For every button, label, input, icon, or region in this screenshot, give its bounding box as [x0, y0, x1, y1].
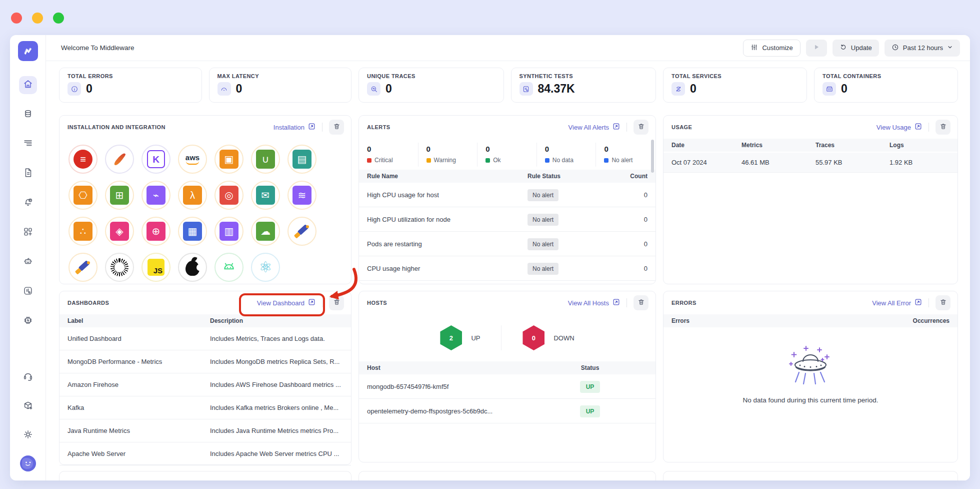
telescope-icon[interactable]	[288, 217, 316, 246]
aws-cloudformation-icon[interactable]: ☁	[251, 217, 280, 246]
dashboard-row[interactable]: Java Runtime MetricsIncludes Java Runtim…	[60, 419, 351, 442]
aws-sagemaker-icon[interactable]: ◈	[105, 217, 134, 246]
alert-summary-no-data: 0No data	[537, 143, 596, 167]
aws-s3-icon[interactable]: ∪	[251, 145, 280, 174]
aws-athena-icon[interactable]: ▥	[214, 217, 244, 246]
panel-title: INSTALLATION AND INTEGRATION	[68, 124, 274, 130]
alert-rule-row[interactable]: High CPU usage for hostNo alert0	[359, 183, 656, 207]
external-link-icon	[914, 123, 922, 132]
update-label: Update	[851, 44, 872, 52]
sidebar-item-settings[interactable]	[19, 426, 37, 444]
aws-chatbot-icon[interactable]: ✉	[251, 181, 280, 210]
aws-transfer-icon[interactable]: ▤	[288, 145, 316, 174]
errors-table-header: Errors Occurrences	[664, 314, 958, 327]
view-all-hosts-link[interactable]: View All Hosts	[568, 298, 620, 307]
time-range-button[interactable]: Past 12 hours	[884, 40, 960, 57]
external-link-icon	[914, 298, 922, 307]
aws-iot-icon[interactable]: ⌁	[142, 181, 170, 210]
middleware-logo[interactable]	[18, 41, 38, 61]
close-window-button[interactable]	[11, 13, 22, 24]
aws-codepipeline-icon[interactable]: ⊕	[142, 217, 170, 246]
k-framework-icon[interactable]: K	[142, 145, 170, 174]
delete-errors-panel-button[interactable]	[936, 295, 950, 310]
redis-icon[interactable]: ≡	[68, 145, 98, 174]
sidebar-item-dashboard-builder[interactable]	[19, 224, 37, 242]
sunburst-icon[interactable]	[105, 253, 134, 282]
sidebar-item-alerts[interactable]	[19, 194, 37, 212]
aws-lambda-icon[interactable]: λ	[178, 181, 207, 210]
gauge-icon	[218, 82, 231, 96]
react-icon[interactable]: ⚛	[251, 253, 280, 282]
delete-hosts-panel-button[interactable]	[634, 295, 648, 310]
view-usage-link[interactable]: View Usage	[876, 123, 922, 132]
alert-summary-warning: 0Warning	[418, 143, 478, 167]
installation-link[interactable]: Installation	[274, 123, 316, 132]
android-icon[interactable]	[214, 253, 244, 282]
sidebar-item-infrastructure[interactable]	[19, 106, 37, 124]
aws-rds-icon[interactable]: ▦	[178, 217, 207, 246]
aws-waf-icon[interactable]: ◎	[214, 181, 244, 210]
hosts-table-header: Host Status	[359, 361, 656, 374]
aws-ecs-icon[interactable]: ⎔	[68, 181, 98, 210]
sidebar-item-ai-assistant[interactable]	[19, 253, 37, 271]
user-avatar[interactable]	[20, 455, 36, 471]
hosts-down-hexagon: 0	[522, 325, 544, 350]
delete-usage-panel-button[interactable]	[936, 120, 950, 135]
refresh-icon	[840, 44, 847, 53]
hosts-table-body: mongodb-65745497f6-kmf5fUPopentelemetry-…	[359, 374, 656, 423]
minimize-window-button[interactable]	[32, 13, 43, 24]
trash-icon	[638, 298, 645, 307]
sidebar-item-advisor[interactable]	[19, 312, 37, 330]
view-all-alerts-link[interactable]: View All Alerts	[568, 123, 620, 132]
scrollbar-thumb[interactable]	[651, 140, 654, 173]
apple-icon[interactable]	[178, 253, 207, 282]
alert-rule-row[interactable]: High CPU utilization for nodeNo alert0	[359, 207, 656, 232]
delete-alerts-panel-button[interactable]	[634, 120, 648, 135]
update-button[interactable]: Update	[832, 40, 879, 57]
dashboard-row[interactable]: Unified DashboardIncludes Metrics, Trace…	[60, 327, 351, 350]
usage-row[interactable]: Oct 07 202446.61 MB55.97 KB1.92 KB	[664, 153, 958, 173]
ufo-illustration	[773, 341, 848, 393]
sidebar-item-install-integration[interactable]	[19, 397, 37, 415]
dashboard-row[interactable]: Apache Web ServerIncludes Apache Web Ser…	[60, 442, 351, 465]
stat-label: UNIQUE TRACES	[367, 73, 496, 79]
view-dashboard-link[interactable]: View Dashboard	[257, 298, 316, 307]
play-button[interactable]	[806, 40, 827, 57]
apache-icon[interactable]	[105, 145, 134, 174]
sidebar-item-support[interactable]	[19, 368, 37, 386]
javascript-icon[interactable]: JS	[142, 253, 170, 282]
synthetic-monitor-icon	[520, 82, 533, 96]
sidebar-item-synthetic-tests[interactable]	[19, 283, 37, 301]
customize-button[interactable]: Customize	[743, 40, 800, 57]
partial-panel	[358, 471, 656, 480]
trace-search-icon	[367, 82, 380, 96]
alert-rule-row[interactable]: Pods are restartingNo alert0	[359, 232, 656, 256]
sidebar-item-home[interactable]	[19, 76, 37, 94]
alerts-table-header: Rule Name Rule Status Count	[359, 170, 656, 183]
aws-eks-icon[interactable]: ⊞	[105, 181, 134, 210]
play-icon	[813, 44, 820, 52]
delete-dashboards-panel-button[interactable]	[329, 295, 344, 310]
aws-ec2-icon[interactable]: ▣	[214, 145, 244, 174]
zoom-window-button[interactable]	[53, 13, 64, 24]
external-link-icon	[308, 298, 316, 307]
host-row[interactable]: opentelemetry-demo-ffspostgres-5c6b9dc..…	[359, 399, 656, 423]
sidebar-item-reports[interactable]	[19, 165, 37, 183]
delete-installation-panel-button[interactable]	[329, 120, 344, 135]
stat-value: 0	[690, 82, 696, 96]
alert-rule-row[interactable]: CPU usage higherNo alert0	[359, 256, 656, 281]
customize-label: Customize	[762, 44, 792, 52]
dashboard-row[interactable]: MongoDB Performance - MetricsIncludes Mo…	[60, 350, 351, 373]
telescope-2-icon[interactable]	[68, 253, 98, 282]
aws-kinesis-icon[interactable]: ≋	[288, 181, 316, 210]
dashboard-row[interactable]: Amazon FirehoseIncludes AWS Firehose Das…	[60, 373, 351, 396]
aws-sns-icon[interactable]: ∴	[68, 217, 98, 246]
aws-icon[interactable]: aws	[178, 145, 207, 174]
dashboard-row[interactable]: KafkaIncludes Kafka metrics Brokers onli…	[60, 396, 351, 419]
stat-card-total-containers: TOTAL CONTAINERS 0	[814, 68, 958, 103]
view-all-error-link[interactable]: View All Error	[872, 298, 922, 307]
main-content: TOTAL ERRORS 0 MAX LATENCY 0 UNIQUE TRAC…	[46, 61, 970, 480]
host-row[interactable]: mongodb-65745497f6-kmf5fUP	[359, 374, 656, 399]
sidebar-item-logs[interactable]	[19, 135, 37, 153]
alert-summary-critical: 0Critical	[359, 143, 418, 167]
